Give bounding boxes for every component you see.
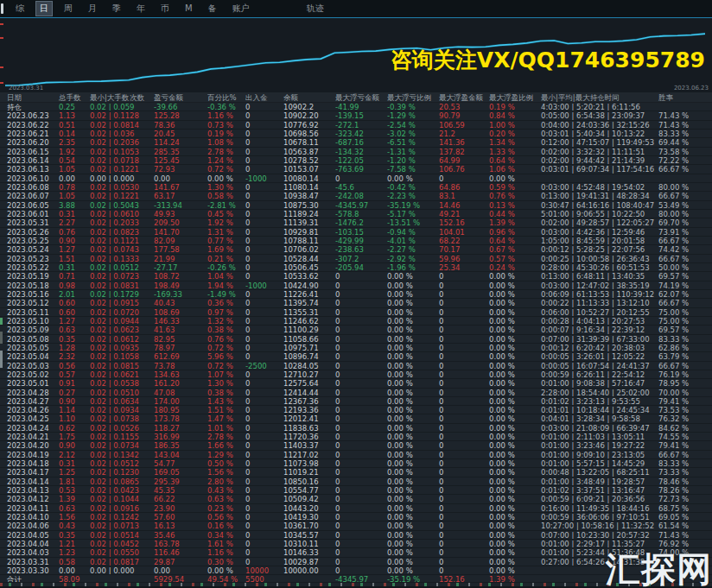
daily-row[interactable]: 2023.05.241.270.02 | 0.0743177.581.69 %0… bbox=[0, 245, 712, 254]
chart-scale-tick bbox=[0, 66, 3, 68]
daily-row[interactable]: 2023.04.261.140.02 | 0.0934180.951.51 %0… bbox=[0, 406, 712, 414]
cell: 28 bbox=[130, 111, 154, 119]
toolbar-tab-账户[interactable]: 账户 bbox=[229, 2, 253, 16]
daily-row[interactable]: 2023.04.192.120.02 | 0.1342143.041.29 %0… bbox=[0, 451, 712, 459]
toolbar-tab-月[interactable]: 月 bbox=[85, 2, 100, 16]
cell: 0.38 % bbox=[207, 326, 245, 333]
daily-row[interactable]: 2023.05.090.630.02 | 0.062341.630.38 %01… bbox=[0, 326, 712, 334]
daily-row[interactable]: 2023.06.231.130.02 | 0.1128125.281.16 %0… bbox=[0, 111, 712, 120]
daily-row[interactable]: 2023.04.280.270.02 | 0.051047.080.38 %01… bbox=[0, 389, 712, 397]
daily-row[interactable]: 2023.04.141.810.02 | 0.0865295.392.80 %0… bbox=[0, 477, 712, 486]
daily-row[interactable]: 2023.06.151.920.02 | 0.1053285.352.78 %0… bbox=[0, 148, 712, 156]
cell: 10563.87 bbox=[283, 148, 335, 155]
daily-row[interactable]: 2023.06.100.000.00 | 0.0000.000.00 %-100… bbox=[0, 174, 712, 183]
cell: 66.67 % bbox=[658, 192, 712, 199]
cell: 0 bbox=[245, 486, 283, 494]
daily-row[interactable]: 2023.04.211.750.02 | 0.1155316.992.78 %0… bbox=[0, 433, 712, 441]
toolbar-tab-年[interactable]: 年 bbox=[133, 2, 149, 16]
daily-row[interactable]: 2023.05.120.600.02 | 0.091540.430.36 %01… bbox=[0, 299, 712, 307]
cell: 38 bbox=[130, 379, 154, 387]
daily-row[interactable]: 2023.06.131.050.02 | 0.122172.930.72 %01… bbox=[0, 165, 712, 174]
daily-row[interactable]: 2023.06.080.780.02 | 0.0530141.671.30 %0… bbox=[0, 183, 712, 192]
cell: 0.02 | 0.05 bbox=[90, 103, 130, 111]
cell: 0.02 | 0.50 bbox=[90, 201, 130, 209]
daily-row[interactable]: 2023.05.042.320.02 | 0.1058612.695.96 %0… bbox=[0, 352, 712, 361]
cell: 84.62 % bbox=[658, 424, 712, 432]
daily-row[interactable]: 2023.04.240.620.02 | 0.0526118.271.01 %0… bbox=[0, 424, 712, 433]
cell: 0.00 % bbox=[387, 290, 439, 298]
daily-row[interactable]: 2023.04.121.390.02 | 0.104466.220.63 %01… bbox=[0, 495, 712, 503]
cell: 0 bbox=[439, 308, 489, 316]
daily-row[interactable]: 2023.05.030.560.02 | 0.081573.780.72 %-2… bbox=[0, 362, 712, 370]
cell: 0.00 % bbox=[489, 558, 541, 566]
cell: 0 bbox=[439, 566, 489, 574]
toolbar-tab-日[interactable]: 日 bbox=[36, 2, 52, 16]
toolbar-tab-季[interactable]: 季 bbox=[109, 2, 124, 16]
daily-row[interactable]: 2023.04.180.310.02 | 0.051254.770.50 %01… bbox=[0, 459, 712, 468]
daily-row[interactable]: 2023.05.162.010.02 | 0.1729-169.33-1.49 … bbox=[0, 290, 712, 299]
cell: 0:03:01 | 5:40:34 | 10:13:22 bbox=[541, 130, 658, 137]
daily-row[interactable]: 2023.06.220.510.02 | 0.081478.360.73 %01… bbox=[0, 121, 712, 130]
cell: 10284.05 bbox=[283, 362, 335, 370]
cell: 10938.47 bbox=[283, 192, 335, 199]
daily-row[interactable]: 2023.06.210.140.02 | 0.03620.450.19 %010… bbox=[0, 130, 712, 138]
cell: 2023.04.28 bbox=[0, 389, 59, 396]
daily-row[interactable]: 2023.05.101.270.02 | 0.0944146.331.32 %0… bbox=[0, 317, 712, 326]
daily-row[interactable]: 2023.05.180.980.02 | 0.0831198.491.94 %-… bbox=[0, 281, 712, 290]
toolbar-tab-轨迹[interactable]: 轨迹 bbox=[303, 2, 327, 16]
daily-row[interactable]: 2023.04.251.100.02 | 0.0738173.781.47 %0… bbox=[0, 414, 712, 423]
position-row[interactable]: 持仓0.250.02 | 0.059-39.66-0.36 %010902.2-… bbox=[0, 103, 712, 111]
cell: 80.00 % bbox=[658, 210, 712, 218]
daily-row[interactable]: 2023.06.053.880.02 | 0.5043-313.94-2.81 … bbox=[0, 201, 712, 210]
cell: 1.92 bbox=[59, 148, 90, 155]
cell: 0.00 % bbox=[387, 362, 439, 370]
cell: 0 bbox=[335, 397, 387, 405]
daily-row[interactable]: 2023.05.220.310.02 | 0.0512-27.17-0.26 %… bbox=[0, 263, 712, 272]
toolbar-tab-备[interactable]: 备 bbox=[205, 2, 220, 16]
daily-row[interactable]: 2023.05.312.270.02 | 0.2033209.501.92 %0… bbox=[0, 218, 712, 227]
daily-row[interactable]: 2023.06.202.350.02 | 0.2036114.241.08 %0… bbox=[0, 138, 712, 147]
daily-row[interactable]: 2023.04.060.430.02 | 0.071316.130.16 %01… bbox=[0, 522, 712, 530]
cell: 2.27 bbox=[59, 218, 90, 226]
cell: 69.44 % bbox=[658, 138, 712, 146]
cell: 0.13 % bbox=[489, 201, 541, 209]
daily-row[interactable]: 2023.04.130.530.02 | 0.042345.350.43 %01… bbox=[0, 486, 712, 495]
daily-row[interactable]: 2023.04.041.210.02 | 0.0452163.781.61 %0… bbox=[0, 540, 712, 548]
daily-row[interactable]: 2023.06.010.310.02 | 0.061049.930.45 %01… bbox=[0, 210, 712, 218]
toolbar-tab-周[interactable]: 周 bbox=[60, 2, 76, 16]
daily-row[interactable]: 2023.05.250.900.02 | 0.112182.090.77 %01… bbox=[0, 237, 712, 245]
toolbar-tab-M[interactable]: M bbox=[181, 2, 196, 16]
daily-row[interactable]: 2023.05.010.910.02 | 0.0538161.201.30 %0… bbox=[0, 379, 712, 388]
daily-row[interactable]: 2023.05.080.350.02 | 0.061282.950.76 %01… bbox=[0, 335, 712, 344]
daily-row[interactable]: 2023.04.101.560.02 | 0.124257.600.56 %01… bbox=[0, 513, 712, 522]
cell: 17 bbox=[130, 558, 154, 566]
daily-row[interactable]: 2023.05.231.510.02 | 0.133321.990.21 %01… bbox=[0, 255, 712, 263]
daily-row[interactable]: 2023.05.190.710.02 | 0.0723108.721.04 %0… bbox=[0, 272, 712, 281]
cell: 0.00 % bbox=[387, 299, 439, 307]
daily-row[interactable]: 2023.04.171.250.02 | 0.1230169.051.56 %0… bbox=[0, 468, 712, 477]
daily-row[interactable]: 2023.05.020.570.02 | 0.0621134.631.07 %0… bbox=[0, 370, 712, 379]
toolbar-tab-综[interactable]: 综 bbox=[12, 2, 28, 16]
daily-row[interactable]: 2023.04.110.630.02 | 0.091623.900.23 %01… bbox=[0, 504, 712, 513]
daily-row[interactable]: 2023.04.050.350.02 | 0.051435.460.34 %01… bbox=[0, 531, 712, 540]
daily-row[interactable]: 2023.05.051.280.02 | 0.093578.970.72 %01… bbox=[0, 344, 712, 352]
cell: 141.70 bbox=[154, 228, 207, 236]
cell: 0.67 % bbox=[489, 245, 541, 253]
cell: 2023.06.07 bbox=[0, 192, 59, 199]
daily-row[interactable]: 2023.04.200.900.02 | 0.0734186.351.66 %0… bbox=[0, 441, 712, 450]
equity-curve-panel[interactable]: 咨询关注VX/QQ1746395789 2023.03.31 2023.06.2… bbox=[0, 18, 712, 92]
toolbar-tab-币[interactable]: 币 bbox=[157, 2, 173, 16]
cell: 2023.04.13 bbox=[0, 486, 59, 494]
cell: 10 bbox=[130, 210, 154, 218]
cell: 0.00 % bbox=[489, 566, 541, 574]
cell: 2023.04.06 bbox=[0, 522, 59, 529]
cell: 0:02:00 | 49:28:57 | 122:05:27 bbox=[541, 218, 658, 226]
daily-row[interactable]: 2023.04.270.900.02 | 0.0634174.001.43 %0… bbox=[0, 397, 712, 406]
daily-row[interactable]: 2023.06.071.050.02 | 0.122163.170.58 %01… bbox=[0, 192, 712, 200]
cell: 0:00:59 | 36:06:06 | 97:10:51 bbox=[541, 513, 658, 521]
daily-row[interactable]: 2023.06.140.540.02 | 0.0718125.451.24 %0… bbox=[0, 156, 712, 165]
cell: 0 bbox=[130, 566, 154, 574]
cell: 0.77 % bbox=[207, 237, 245, 244]
daily-row[interactable]: 2023.05.110.600.02 | 0.0720108.690.97 %0… bbox=[0, 308, 712, 317]
daily-row[interactable]: 2023.05.260.760.02 | 0.0823141.701.31 %0… bbox=[0, 228, 712, 237]
